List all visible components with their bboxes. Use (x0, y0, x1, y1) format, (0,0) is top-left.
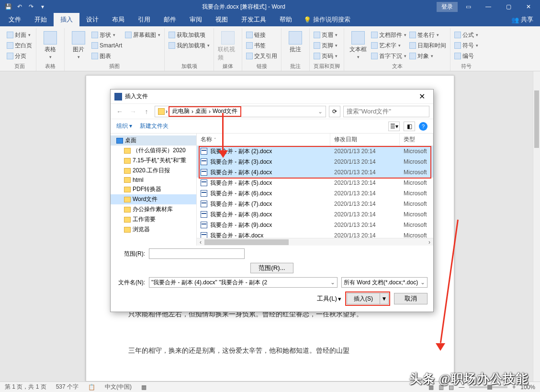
tree-item[interactable]: PDF转换器 (111, 184, 196, 194)
tab-design[interactable]: 设计 (79, 13, 105, 26)
wordart-button[interactable]: 艺术字▾ (371, 41, 406, 50)
save-icon[interactable]: 💾 (4, 2, 12, 11)
doc-parts-button[interactable]: 文档部件▾ (371, 30, 406, 40)
dropcap-button[interactable]: 首字下沉▾ (371, 51, 406, 61)
file-row[interactable]: 我要合并 - 副本 (2).docx2020/1/13 20:14Microso… (197, 146, 433, 157)
tree-item[interactable]: （什么值得买）2020 (111, 146, 196, 156)
file-row[interactable]: 我要合并 - 副本 (9).docx2020/1/13 20:14Microso… (197, 220, 433, 230)
nav-back-button[interactable]: ← (114, 108, 125, 115)
help-button[interactable]: ? (419, 122, 428, 131)
range-button[interactable]: 范围(R)... (250, 263, 293, 273)
file-row[interactable]: 我要合并 - 副本 (7).docx2020/1/13 20:14Microso… (197, 199, 433, 209)
undo-icon[interactable]: ↶ (15, 2, 24, 11)
file-row[interactable]: 我要合并 - 副本 (5).docx2020/1/13 20:14Microso… (197, 178, 433, 188)
signature-button[interactable]: 签名行▾ (409, 30, 446, 40)
tab-file[interactable]: 文件 (2, 13, 28, 26)
tree-item[interactable]: 办公操作素材库 (111, 204, 196, 214)
file-row[interactable]: 我要合并 - 副本.docx2020/1/13 20:14Microsoft (197, 230, 433, 238)
status-page[interactable]: 第 1 页，共 1 页 (5, 383, 46, 391)
cancel-button[interactable]: 取消 (394, 293, 428, 304)
close-icon[interactable]: ✕ (519, 0, 538, 13)
minimize-icon[interactable]: — (479, 0, 498, 13)
table-button[interactable]: 表格▾ (40, 29, 60, 62)
tab-insert[interactable]: 插入 (54, 13, 79, 26)
blank-page-button[interactable]: 空白页 (7, 41, 32, 50)
status-lang[interactable]: 中文(中国) (105, 383, 132, 391)
link-button[interactable]: 链接 (246, 30, 277, 40)
smartart-button[interactable]: SmartArt (91, 41, 122, 50)
new-folder-button[interactable]: 新建文件夹 (140, 122, 169, 130)
filename-input[interactable]: "我要合并 - 副本 (4).docx" "我要合并 - 副本 (2⌄ (149, 277, 338, 288)
file-row[interactable]: 我要合并 - 副本 (6).docx2020/1/13 20:14Microso… (197, 188, 433, 199)
page-break-button[interactable]: 分页 (7, 51, 32, 61)
chart-button[interactable]: 图表 (91, 51, 122, 61)
tree-item[interactable]: 浏览器 (111, 224, 196, 235)
nav-up-button[interactable]: ↑ (141, 108, 152, 115)
redo-icon[interactable]: ↷ (27, 2, 35, 11)
refresh-button[interactable]: ⟳ (329, 106, 340, 117)
range-input[interactable] (149, 248, 245, 259)
file-row[interactable]: 我要合并 - 副本 (3).docx2020/1/13 20:14Microso… (197, 157, 433, 167)
tab-mail[interactable]: 邮件 (157, 13, 183, 26)
get-addins-button[interactable]: 获取加载项 (169, 30, 210, 40)
insert-button[interactable]: 插入(S) (347, 293, 380, 304)
share-button[interactable]: 👥 共享 (505, 13, 540, 26)
tools-button[interactable]: 工具(L) ▾ (317, 293, 341, 304)
page-number-button[interactable]: 页码▾ (314, 51, 338, 61)
tree-item[interactable]: 桌面 (111, 135, 196, 146)
ribbon-options-icon[interactable]: ▭ (459, 0, 478, 13)
online-video-button[interactable]: 联机视频 (218, 29, 238, 62)
tree-item[interactable]: html (111, 176, 196, 184)
file-list-header[interactable]: 名称˄ 修改日期 类型 (197, 134, 433, 146)
footer-button[interactable]: 页脚▾ (314, 41, 338, 50)
maximize-icon[interactable]: ▢ (499, 0, 518, 13)
tab-help[interactable]: 帮助 (273, 13, 299, 26)
tree-item[interactable]: 工作需要 (111, 214, 196, 224)
view-mode-button[interactable]: ☰▾ (388, 122, 400, 131)
organize-button[interactable]: 组织 ▾ (116, 122, 132, 130)
file-list-hscroll[interactable]: ‹› (197, 238, 433, 246)
nav-forward-button[interactable]: → (128, 108, 138, 115)
qat-more-icon[interactable]: ▾ (38, 2, 47, 11)
folder-tree[interactable]: 桌面（什么值得买）20207.15-手机"关机"和"重2020.工作日报html… (111, 134, 197, 246)
tab-references[interactable]: 引用 (131, 13, 157, 26)
my-addins-button[interactable]: 我的加载项▾ (169, 41, 210, 50)
tree-item[interactable]: 7.15-手机"关机"和"重 (111, 156, 196, 166)
object-button[interactable]: 对象▾ (409, 51, 446, 61)
tab-home[interactable]: 开始 (28, 13, 54, 26)
tab-review[interactable]: 审阅 (183, 13, 209, 26)
cover-page-button[interactable]: 封面▾ (7, 30, 32, 40)
file-list[interactable]: 我要合并 - 副本 (2).docx2020/1/13 20:14Microso… (197, 146, 433, 238)
tab-layout[interactable]: 布局 (105, 13, 131, 26)
login-button[interactable]: 登录 (437, 2, 458, 12)
tree-item[interactable]: Word文件 (111, 194, 196, 204)
datetime-button[interactable]: 日期和时间 (409, 41, 446, 50)
status-proof-icon[interactable]: 📋 (88, 384, 95, 391)
textbox-button[interactable]: 文本框▾ (348, 29, 368, 62)
file-row[interactable]: 我要合并 - 副本 (4).docx2020/1/13 20:14Microso… (197, 167, 433, 178)
tab-dev[interactable]: 开发工具 (235, 13, 273, 26)
tree-item[interactable]: 2020.工作日报 (111, 166, 196, 176)
symbol-button[interactable]: 符号▾ (454, 41, 478, 50)
header-button[interactable]: 页眉▾ (314, 30, 338, 40)
picture-button[interactable]: 图片▾ (68, 29, 89, 62)
preview-pane-button[interactable]: ◧ (404, 122, 415, 131)
screenshot-button[interactable]: 屏幕截图▾ (125, 30, 160, 40)
bookmark-button[interactable]: 书签 (246, 41, 277, 50)
search-input[interactable] (343, 106, 429, 117)
vertical-scrollbar[interactable] (533, 71, 540, 381)
status-macro-icon[interactable]: ▦ (141, 384, 146, 391)
filetype-filter[interactable]: 所有 Word 文档(*.docx;*.doc)⌄ (341, 277, 428, 288)
tab-view[interactable]: 视图 (209, 13, 235, 26)
tell-me[interactable]: 💡 操作说明搜索 (299, 13, 355, 26)
equation-button[interactable]: 公式▾ (454, 30, 478, 40)
dialog-close-button[interactable]: ✕ (414, 92, 429, 101)
file-row[interactable]: 我要合并 - 副本 (8).docx2020/1/13 20:14Microso… (197, 209, 433, 220)
status-words[interactable]: 537 个字 (56, 383, 79, 391)
number-button[interactable]: 编号 (454, 51, 478, 61)
breadcrumb[interactable]: › 此电脑› 桌面› Word文件 ⌄ (155, 106, 326, 117)
shapes-button[interactable]: 形状▾ (91, 30, 122, 40)
insert-dropdown[interactable]: ▼ (380, 293, 389, 304)
cross-ref-button[interactable]: 交叉引用 (246, 51, 277, 61)
comment-button[interactable]: 批注 (285, 29, 305, 62)
